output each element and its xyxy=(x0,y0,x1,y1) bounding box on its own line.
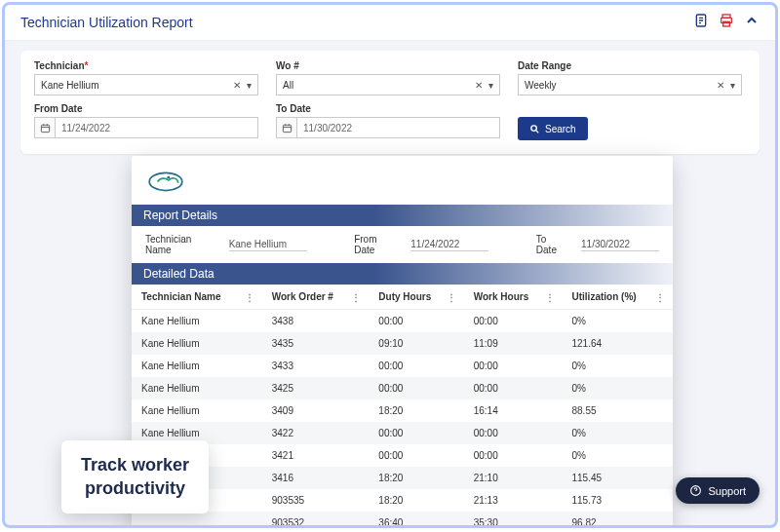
print-icon[interactable] xyxy=(719,13,734,32)
report-logo xyxy=(132,156,673,205)
cell-wo: 903535 xyxy=(262,489,370,512)
col-dutyhours[interactable]: Duty Hours⋮ xyxy=(369,285,463,310)
cell-work: 00:00 xyxy=(464,377,563,399)
cell-work: 00:00 xyxy=(464,310,563,333)
table-row[interactable]: Kane Hellium342100:0000:000% xyxy=(132,444,673,467)
dropdown-icon[interactable]: ▾ xyxy=(730,80,735,91)
fromdate-label: From Date xyxy=(34,103,258,114)
support-label: Support xyxy=(708,485,746,497)
fromdate-value: 11/24/2022 xyxy=(56,117,258,138)
technician-select[interactable]: Kane Hellium ✕▾ xyxy=(34,74,258,95)
todate-value: 11/30/2022 xyxy=(297,117,500,138)
svg-rect-4 xyxy=(41,125,49,132)
cell-tech: Kane Hellium xyxy=(132,355,262,377)
clear-icon[interactable]: ✕ xyxy=(475,80,483,91)
report-preview: Report Details Technician Name Kane Hell… xyxy=(132,156,673,528)
support-button[interactable]: Support xyxy=(676,477,760,504)
cell-wo: 903532 xyxy=(262,512,370,528)
cell-duty: 00:00 xyxy=(369,444,463,467)
table-row[interactable]: 90353236:4035:3096.82 xyxy=(132,512,673,528)
table-row[interactable]: Kane Hellium343509:1011:09121.64 xyxy=(132,332,673,355)
cell-work: 35:30 xyxy=(464,512,563,528)
cell-util: 0% xyxy=(563,355,674,377)
table-row[interactable]: Kane Hellium340918:2016:1488.55 xyxy=(132,399,673,422)
cell-util: 121.64 xyxy=(563,332,674,355)
report-header: Technician Utilization Report xyxy=(5,5,775,41)
cell-work: 00:00 xyxy=(464,422,563,444)
meta-tech-label: Technician Name xyxy=(145,234,215,255)
wo-label: Wo # xyxy=(276,60,500,71)
cell-tech xyxy=(132,512,262,528)
cell-wo: 3433 xyxy=(262,355,370,377)
cell-work: 21:13 xyxy=(464,489,563,512)
filter-panel: Technician Kane Hellium ✕▾ Wo # All ✕▾ D… xyxy=(20,51,760,154)
column-menu-icon[interactable]: ⋮ xyxy=(447,292,456,303)
cell-duty: 00:00 xyxy=(369,355,463,377)
col-technician[interactable]: Technician Name⋮ xyxy=(132,285,262,310)
search-button[interactable]: Search xyxy=(518,117,588,140)
cell-tech: Kane Hellium xyxy=(132,332,262,355)
col-workhours[interactable]: Work Hours⋮ xyxy=(464,285,563,310)
column-menu-icon[interactable]: ⋮ xyxy=(245,292,254,303)
dropdown-icon[interactable]: ▾ xyxy=(488,80,493,91)
cell-wo: 3438 xyxy=(262,310,370,333)
cell-duty: 00:00 xyxy=(369,310,463,333)
calendar-icon[interactable] xyxy=(34,117,56,138)
wo-select[interactable]: All ✕▾ xyxy=(276,74,500,95)
cell-util: 88.55 xyxy=(563,399,674,422)
table-row[interactable]: Kane Hellium343800:0000:000% xyxy=(132,310,673,333)
cell-work: 21:10 xyxy=(464,467,563,489)
table-row[interactable]: Kane Hellium343300:0000:000% xyxy=(132,355,673,377)
column-menu-icon[interactable]: ⋮ xyxy=(545,292,555,303)
column-menu-icon[interactable]: ⋮ xyxy=(351,292,361,303)
svg-point-8 xyxy=(167,176,170,179)
clear-icon[interactable]: ✕ xyxy=(717,80,724,91)
technician-value: Kane Hellium xyxy=(41,80,98,91)
col-utilization[interactable]: Utilization (%)⋮ xyxy=(563,285,674,310)
export-icon[interactable] xyxy=(693,13,709,32)
cell-util: 115.73 xyxy=(563,489,674,512)
daterange-select[interactable]: Weekly ✕▾ xyxy=(518,74,742,95)
utilization-table: Technician Name⋮ Work Order #⋮ Duty Hour… xyxy=(132,285,673,528)
cell-wo: 3422 xyxy=(262,422,370,444)
table-row[interactable]: Kane Hellium342200:0000:000% xyxy=(132,422,673,444)
column-menu-icon[interactable]: ⋮ xyxy=(655,292,665,303)
todate-input[interactable]: 11/30/2022 xyxy=(276,117,500,138)
meta-from-label: From Date xyxy=(354,234,397,255)
cell-wo: 3435 xyxy=(262,332,370,355)
calendar-icon[interactable] xyxy=(276,117,297,138)
cell-tech: Kane Hellium xyxy=(132,399,262,422)
svg-rect-5 xyxy=(283,125,291,132)
cell-wo: 3409 xyxy=(262,399,370,422)
cell-duty: 00:00 xyxy=(369,377,463,399)
marketing-callout: Track worker productivity xyxy=(61,440,209,513)
detailed-data-header: Detailed Data xyxy=(132,263,673,285)
cell-wo: 3421 xyxy=(262,444,370,467)
cell-tech: Kane Hellium xyxy=(132,310,262,333)
meta-to-value: 11/30/2022 xyxy=(581,239,659,251)
table-row[interactable]: 341618:2021:10115.45 xyxy=(132,467,673,489)
callout-line1: Track worker xyxy=(81,454,189,476)
dropdown-icon[interactable]: ▾ xyxy=(247,80,252,91)
technician-label: Technician xyxy=(34,60,258,71)
cell-util: 0% xyxy=(563,422,674,444)
cell-work: 00:00 xyxy=(464,444,563,467)
collapse-icon[interactable] xyxy=(744,13,760,32)
cell-tech: Kane Hellium xyxy=(132,377,262,399)
cell-work: 11:09 xyxy=(464,332,563,355)
cell-duty: 00:00 xyxy=(369,422,463,444)
cell-duty: 18:20 xyxy=(369,467,463,489)
fromdate-input[interactable]: 11/24/2022 xyxy=(34,117,258,138)
page-title: Technician Utilization Report xyxy=(20,15,193,30)
cell-util: 115.45 xyxy=(563,467,674,489)
clear-icon[interactable]: ✕ xyxy=(233,80,241,91)
table-row[interactable]: 90353518:2021:13115.73 xyxy=(132,489,673,512)
daterange-value: Weekly xyxy=(525,80,557,91)
col-workorder[interactable]: Work Order #⋮ xyxy=(262,285,370,310)
table-row[interactable]: Kane Hellium342500:0000:000% xyxy=(132,377,673,399)
report-details-header: Report Details xyxy=(132,205,673,226)
todate-label: To Date xyxy=(276,103,500,114)
cell-util: 0% xyxy=(563,444,674,467)
cell-util: 96.82 xyxy=(563,512,674,528)
cell-work: 16:14 xyxy=(464,399,563,422)
